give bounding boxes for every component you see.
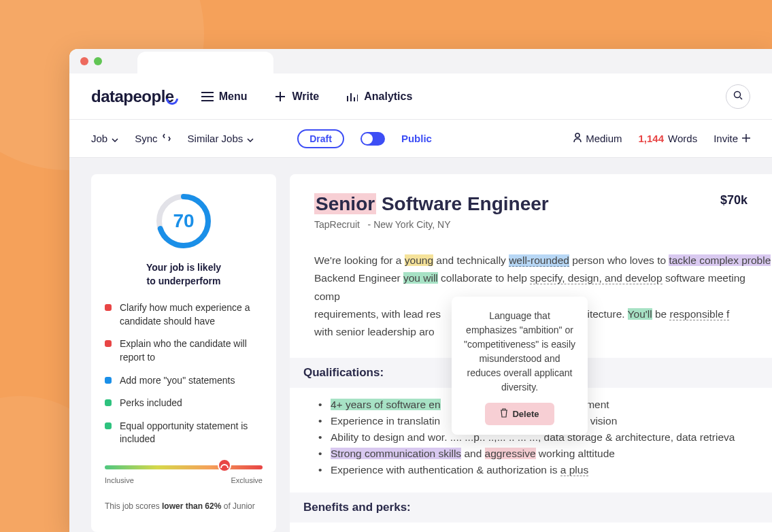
close-icon[interactable]	[80, 57, 88, 65]
highlight-jargon: well-rounded	[509, 254, 569, 267]
score-caption-l1: Your job is likely	[146, 261, 221, 275]
sync-button[interactable]: Sync	[135, 133, 171, 144]
highlight-age: young	[405, 254, 433, 266]
similar-dropdown[interactable]: Similar Jobs	[188, 133, 254, 144]
plus-icon	[274, 90, 286, 103]
sub-bar: Job Sync Similar Jobs Draft Public Mediu…	[69, 120, 772, 158]
invite-label: Invite	[714, 133, 738, 144]
plus-icon	[742, 133, 750, 144]
nav-bar: datapeople Menu Write Analytics	[69, 73, 772, 120]
chevron-down-icon	[112, 133, 118, 144]
draft-pill[interactable]: Draft	[297, 129, 344, 148]
status-dot-icon	[105, 340, 112, 347]
frown-icon	[218, 459, 231, 472]
recommendation-text: Equal opportunity statement is included	[120, 420, 263, 446]
score-caption: Your job is likely to underperform	[146, 261, 221, 288]
highlight-aggressive: aggressive	[485, 448, 536, 459]
inclusion-bar	[105, 465, 263, 469]
nav-menu[interactable]: Menu	[201, 90, 248, 103]
job-meta: TapRecruit - New York City, NY	[314, 219, 549, 230]
body-text: collaborate to help	[438, 272, 530, 284]
sync-label: Sync	[135, 133, 157, 144]
similar-label: Similar Jobs	[188, 133, 244, 144]
score-panel: 70 Your job is likely to underperform Cl…	[91, 174, 276, 532]
recommendation-item[interactable]: Equal opportunity statement is included	[105, 420, 263, 446]
job-title[interactable]: Senior Software Engineer	[314, 193, 549, 215]
job-location: New York City, NY	[373, 219, 450, 230]
benefits-heading: Benefits and perks:	[290, 493, 772, 522]
list-item: Experience with authentication & authori…	[331, 464, 772, 476]
delete-button[interactable]: Delete	[485, 403, 554, 425]
browser-bar	[69, 49, 772, 73]
word-count: 1,144 Words	[639, 133, 698, 144]
readability-level[interactable]: Medium	[573, 133, 622, 144]
delete-label: Delete	[512, 409, 539, 419]
content-area: 70 Your job is likely to underperform Cl…	[69, 158, 772, 532]
nav-menu-label: Menu	[219, 90, 248, 103]
search-button[interactable]	[726, 84, 750, 109]
body-text: Backend Engineer	[314, 272, 403, 284]
chevron-down-icon	[247, 133, 254, 144]
editor-panel: Senior Software Engineer TapRecruit - Ne…	[290, 174, 772, 532]
body-text: with senior leadership aro	[314, 326, 435, 337]
footer-bold: lower than 62%	[162, 501, 221, 511]
traffic-lights	[80, 57, 102, 65]
person-icon	[573, 133, 582, 144]
search-icon	[733, 90, 743, 103]
score-footer: This job scores lower than 62% of Junior	[105, 501, 263, 512]
invite-button[interactable]: Invite	[714, 133, 750, 144]
footer-pre: This job scores	[105, 501, 162, 511]
footer-post: of Junior	[221, 501, 254, 511]
body-text: Experience in translatin	[331, 415, 440, 427]
maximize-icon[interactable]	[94, 57, 102, 65]
nav-write[interactable]: Write	[274, 90, 319, 103]
recommendation-list: Clarify how much experience a candidate …	[105, 301, 263, 446]
body-text: and	[461, 448, 484, 459]
svg-point-0	[735, 91, 741, 97]
recommendation-text: Perks included	[120, 397, 182, 410]
body-text: Experience with authentication & authori…	[331, 464, 560, 476]
job-dropdown[interactable]: Job	[91, 133, 118, 144]
sync-icon	[162, 133, 171, 144]
job-label: Job	[91, 133, 107, 144]
inclusion-left: Inclusive	[105, 476, 134, 484]
recommendation-item[interactable]: Add more "you" statements	[105, 374, 263, 388]
status-dot-icon	[105, 304, 112, 311]
recommendation-text: Explain who the candidate will report to	[120, 337, 263, 364]
highlight-cliche: Strong communication skills	[331, 448, 461, 459]
tooltip-text: Language that emphasizes "ambition" or "…	[463, 309, 577, 395]
body-text: We're looking for a	[314, 254, 405, 266]
trash-icon	[500, 408, 508, 420]
nav-analytics[interactable]: Analytics	[346, 90, 412, 103]
job-title-rest: Software Engineer	[376, 193, 549, 214]
job-company: TapRecruit	[314, 219, 360, 230]
logo[interactable]: datapeople	[91, 87, 174, 106]
body-text: and technically	[433, 254, 509, 266]
highlight-seniority: Senior	[314, 193, 376, 214]
underline-phrase: a plus	[560, 464, 588, 476]
recommendation-item[interactable]: Perks included	[105, 397, 263, 410]
highlight-ambition: tackle complex proble	[669, 254, 771, 266]
public-toggle[interactable]	[360, 132, 385, 146]
nav-write-label: Write	[292, 90, 319, 103]
status-dot-icon	[105, 422, 112, 429]
app-window: datapeople Menu Write Analytics	[69, 49, 772, 532]
inclusion-labels: Inclusive Exclusive	[105, 476, 263, 484]
score-gauge: 70	[153, 190, 214, 252]
nav-analytics-label: Analytics	[364, 90, 412, 103]
job-header: Senior Software Engineer TapRecruit - Ne…	[314, 193, 772, 230]
recommendation-item[interactable]: Clarify how much experience a candidate …	[105, 301, 263, 328]
score-value: 70	[173, 210, 194, 232]
highlight-experience: 4+ years of software en	[331, 399, 441, 410]
salary: $70k	[720, 193, 748, 207]
body-text: requirements, with lead res	[314, 308, 443, 320]
recommendation-item[interactable]: Explain who the candidate will report to	[105, 337, 263, 364]
body-text: be	[652, 308, 670, 320]
status-dot-icon	[105, 377, 112, 384]
body-text: person who loves to	[569, 254, 669, 266]
svg-point-1	[575, 133, 580, 137]
readability-value: Medium	[586, 133, 622, 144]
status-dot-icon	[105, 399, 112, 406]
recommendation-text: Clarify how much experience a candidate …	[120, 301, 263, 328]
word-count-value: 1,144	[639, 133, 665, 144]
